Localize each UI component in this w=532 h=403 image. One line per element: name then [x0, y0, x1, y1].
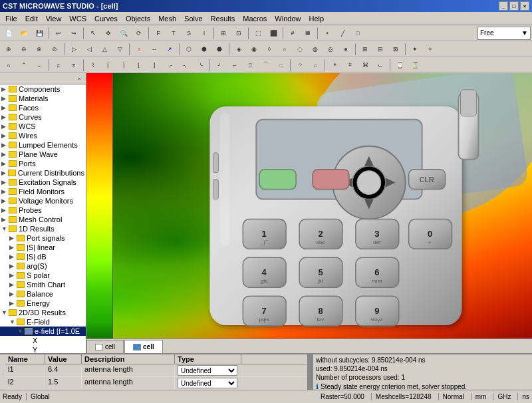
- fit-all-button[interactable]: ⊞: [216, 27, 231, 40]
- tree-ports[interactable]: ▶ Ports: [0, 159, 86, 168]
- tb2-btn15[interactable]: ◈: [231, 43, 246, 56]
- tree-materials[interactable]: ▶ Materials: [0, 94, 86, 103]
- tree-e-field[interactable]: ▼ E-Field: [0, 317, 86, 327]
- tb2-btn27[interactable]: ✧: [423, 43, 438, 56]
- save-button[interactable]: 💾: [32, 27, 47, 40]
- sidebar-close-icon[interactable]: ×: [74, 74, 84, 83]
- tb3-btn11[interactable]: ⌌: [162, 59, 177, 72]
- wire-button[interactable]: ⬚: [251, 27, 265, 40]
- tb3-btn15[interactable]: ⌐: [227, 59, 242, 72]
- zoom-box-button[interactable]: ⊡: [231, 27, 246, 40]
- menu-mesh[interactable]: Mesh: [154, 13, 180, 24]
- type-dropdown-2[interactable]: Undefined: [178, 378, 237, 388]
- tree-voltage[interactable]: ▶ Voltage Monitors: [0, 196, 86, 205]
- viewport[interactable]: CLR 1 _|¯ 2 abc 3 def 0 + 4 ghi 5 jkl: [86, 73, 532, 353]
- tree-smith[interactable]: ▶ Smith Chart: [0, 280, 86, 289]
- tree-s-linear[interactable]: ▶ |S| linear: [0, 243, 86, 252]
- tb2-btn26[interactable]: ✦: [408, 43, 422, 56]
- tb2-btn24[interactable]: ⊟: [373, 43, 388, 56]
- top-view-button[interactable]: T: [166, 27, 181, 40]
- cell-type-1[interactable]: Undefined: [175, 364, 241, 376]
- tree-plane[interactable]: ▶ Plane Wave: [0, 150, 86, 159]
- rotate-button[interactable]: ⟳: [132, 27, 146, 40]
- tree-wcs[interactable]: ▶ WCS: [0, 122, 86, 131]
- menu-window[interactable]: Window: [271, 13, 305, 24]
- tb3-btn14[interactable]: ⌏: [212, 59, 227, 72]
- tb3-btn25[interactable]: ⌚: [392, 59, 407, 72]
- tree-curves[interactable]: ▶ Curves: [0, 112, 86, 122]
- field-view-button[interactable]: ▦: [301, 27, 315, 40]
- tb2-btn20[interactable]: ◍: [308, 43, 323, 56]
- tb2-btn13[interactable]: ⬢: [197, 43, 211, 56]
- new-button[interactable]: 📄: [1, 27, 16, 40]
- menu-solve[interactable]: Solve: [180, 13, 207, 24]
- tb2-btn7[interactable]: △: [97, 43, 112, 56]
- tree-wires[interactable]: ▶ Wires: [0, 131, 86, 140]
- tb2-btn9[interactable]: ↕: [132, 43, 146, 56]
- tb2-btn10[interactable]: ↔: [147, 43, 162, 56]
- tb3-btn6[interactable]: ⌇: [86, 59, 100, 72]
- zoom-button[interactable]: 🔍: [116, 27, 131, 40]
- tb3-btn7[interactable]: ⌈: [101, 59, 116, 72]
- window-controls[interactable]: _ □ ×: [499, 1, 529, 11]
- tree-s-db[interactable]: ▶ |S| dB: [0, 252, 86, 261]
- menu-file[interactable]: File: [1, 13, 21, 24]
- tree-faces[interactable]: ▶ Faces: [0, 103, 86, 112]
- tree-arg-s[interactable]: ▶ arg(S): [0, 261, 86, 271]
- tree-mesh-control[interactable]: ▶ Mesh Control: [0, 215, 86, 224]
- iso-view-button[interactable]: I: [197, 27, 211, 40]
- tb2-btn14[interactable]: ⬣: [212, 43, 227, 56]
- menu-help[interactable]: Help: [305, 13, 328, 24]
- tb2-btn2[interactable]: ⊖: [17, 43, 31, 56]
- mesh-view-button[interactable]: #: [285, 27, 300, 40]
- undo-button[interactable]: ↩: [51, 27, 66, 40]
- point-button[interactable]: •: [320, 27, 334, 40]
- side-view-button[interactable]: S: [182, 27, 196, 40]
- tb2-btn12[interactable]: ⬡: [182, 43, 196, 56]
- tb3-btn20[interactable]: ⌕: [308, 59, 323, 72]
- viewport-tab-3d[interactable]: cell: [124, 340, 163, 353]
- mode-dropdown[interactable]: Free ▼: [477, 27, 531, 40]
- tree-y-component[interactable]: Y: [0, 345, 86, 353]
- cell-type-2[interactable]: Undefined: [175, 377, 241, 389]
- close-button[interactable]: ×: [520, 1, 529, 11]
- tb2-btn22[interactable]: ●: [338, 43, 353, 56]
- tree-components[interactable]: ▶ Components: [0, 84, 86, 94]
- tree-e-field-instance[interactable]: ▼ e-field [f=1.0E: [0, 327, 86, 336]
- tree-excitation[interactable]: ▶ Excitation Signals: [0, 178, 86, 187]
- tree-1d-results[interactable]: ▼ 1D Results: [0, 224, 86, 233]
- type-dropdown-1[interactable]: Undefined: [178, 365, 237, 376]
- rect-button[interactable]: □: [350, 27, 365, 40]
- tree-balance[interactable]: ▶ Balance: [0, 289, 86, 299]
- tb2-btn8[interactable]: ▽: [112, 43, 127, 56]
- tb3-btn12[interactable]: ⌍: [178, 59, 192, 72]
- table-row[interactable]: l1 6.4 antenna length Undefined: [5, 364, 307, 377]
- tb2-btn16[interactable]: ◉: [247, 43, 261, 56]
- front-view-button[interactable]: F: [151, 27, 166, 40]
- tree-field-monitors[interactable]: ▶ Field Monitors: [0, 187, 86, 196]
- tb3-btn19[interactable]: ⌔: [293, 59, 307, 72]
- tb3-btn17[interactable]: ⌒: [258, 59, 273, 72]
- tb3-btn9[interactable]: ⌊: [132, 59, 146, 72]
- tb3-btn21[interactable]: ⌖: [327, 59, 342, 72]
- sidebar[interactable]: × ▶ Components ▶ Materials ▶ Faces ▶ Cur…: [0, 73, 86, 353]
- tree-current[interactable]: ▶ Current Distributions: [0, 168, 86, 178]
- tb3-btn1[interactable]: ⌂: [1, 59, 16, 72]
- tree-port-signals[interactable]: ▶ Port signals: [0, 233, 86, 243]
- maximize-button[interactable]: □: [509, 1, 519, 11]
- pan-button[interactable]: ✥: [101, 27, 116, 40]
- menu-results[interactable]: Results: [207, 13, 239, 24]
- tree-energy[interactable]: ▶ Energy: [0, 299, 86, 308]
- tb3-btn24[interactable]: ⌙: [373, 59, 388, 72]
- select-button[interactable]: ↖: [86, 27, 100, 40]
- tb2-btn3[interactable]: ⊗: [32, 43, 47, 56]
- tb3-btn26[interactable]: ⌛: [408, 59, 422, 72]
- tb3-btn4[interactable]: ⌅: [51, 59, 66, 72]
- tb3-btn13[interactable]: ⌎: [193, 59, 207, 72]
- tb3-btn2[interactable]: ⌃: [17, 59, 31, 72]
- tb3-btn3[interactable]: ⌄: [32, 59, 47, 72]
- tb3-btn8[interactable]: ⌉: [116, 59, 131, 72]
- tb2-btn11[interactable]: ↗: [162, 43, 177, 56]
- tb2-btn21[interactable]: ◎: [323, 43, 338, 56]
- tb3-btn22[interactable]: ⌗: [342, 59, 357, 72]
